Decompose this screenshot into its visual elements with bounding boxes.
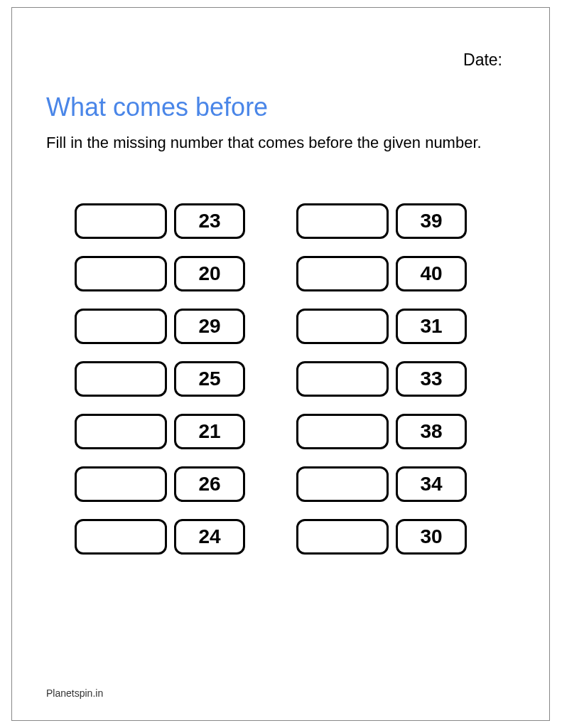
given-number: 21 (174, 414, 245, 449)
number-pair: 33 (296, 361, 467, 397)
given-number: 23 (174, 203, 245, 239)
number-pair: 20 (75, 256, 245, 291)
column-left: 23 20 29 25 21 26 (75, 203, 245, 555)
blank-box[interactable] (296, 256, 389, 291)
blank-box[interactable] (296, 309, 389, 344)
blank-box[interactable] (296, 361, 389, 397)
instructions-text: Fill in the missing number that comes be… (46, 132, 487, 154)
number-pair: 25 (75, 361, 245, 397)
given-number: 33 (396, 361, 467, 397)
given-number: 25 (174, 361, 245, 397)
given-number: 40 (396, 256, 467, 291)
date-label: Date: (46, 50, 515, 70)
given-number: 39 (396, 203, 467, 239)
number-pair: 38 (296, 414, 467, 449)
number-grid: 23 20 29 25 21 26 (46, 203, 515, 555)
number-pair: 23 (75, 203, 245, 239)
given-number: 34 (396, 466, 467, 502)
number-pair: 29 (75, 309, 245, 344)
given-number: 29 (174, 309, 245, 344)
given-number: 20 (174, 256, 245, 291)
worksheet-page: Date: What comes before Fill in the miss… (11, 7, 550, 721)
number-pair: 34 (296, 466, 467, 502)
blank-box[interactable] (296, 466, 389, 502)
number-pair: 24 (75, 519, 245, 555)
number-pair: 39 (296, 203, 467, 239)
given-number: 38 (396, 414, 467, 449)
blank-box[interactable] (75, 361, 167, 397)
column-right: 39 40 31 33 38 34 (296, 203, 467, 555)
blank-box[interactable] (75, 466, 167, 502)
number-pair: 31 (296, 309, 467, 344)
number-pair: 26 (75, 466, 245, 502)
number-pair: 21 (75, 414, 245, 449)
blank-box[interactable] (75, 256, 167, 291)
page-title: What comes before (46, 92, 515, 122)
blank-box[interactable] (75, 309, 167, 344)
given-number: 30 (396, 519, 467, 555)
blank-box[interactable] (75, 414, 167, 449)
number-pair: 30 (296, 519, 467, 555)
number-pair: 40 (296, 256, 467, 291)
footer-credit: Planetspin.in (46, 687, 103, 699)
given-number: 24 (174, 519, 245, 555)
given-number: 26 (174, 466, 245, 502)
blank-box[interactable] (75, 203, 167, 239)
blank-box[interactable] (75, 519, 167, 555)
blank-box[interactable] (296, 519, 389, 555)
blank-box[interactable] (296, 414, 389, 449)
given-number: 31 (396, 309, 467, 344)
blank-box[interactable] (296, 203, 389, 239)
